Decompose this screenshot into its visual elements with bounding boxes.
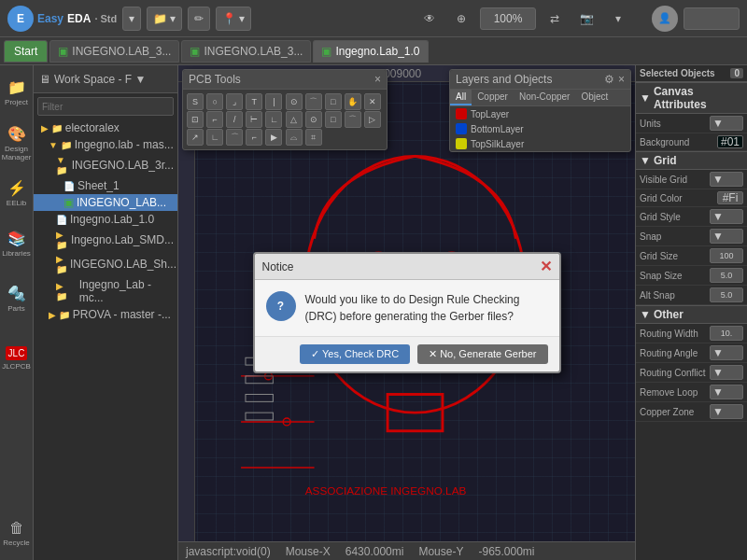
- filter-input[interactable]: [37, 97, 174, 116]
- tool-diag[interactable]: ↗: [187, 129, 204, 146]
- tree-item-5[interactable]: ▶ 📁 Ingegno.Lab_SMD...: [34, 228, 177, 252]
- zoom-in-btn[interactable]: ⊕: [448, 6, 474, 32]
- tab-3[interactable]: ▣ Ingegno.Lab_1.0: [313, 40, 428, 63]
- pen-btn[interactable]: ✏: [188, 7, 210, 31]
- ltab-all[interactable]: All: [450, 90, 472, 105]
- eye-btn[interactable]: 👁: [416, 6, 443, 32]
- ltab-non-copper[interactable]: Non-Copper: [514, 90, 575, 105]
- dropdown-btn[interactable]: ▾: [122, 7, 141, 31]
- layer-row-silk[interactable]: TopSilkLayer: [450, 136, 630, 151]
- ruler-mark-6: 9000: [397, 67, 422, 80]
- sidebar-item-eelib[interactable]: ⚡ EELib: [3, 170, 31, 217]
- camera-btn[interactable]: 📷: [573, 6, 599, 32]
- layers-header[interactable]: Layers and Objects ⚙ ×: [450, 70, 630, 90]
- tool-oval[interactable]: ⊙: [286, 93, 303, 110]
- tool-grid-btn[interactable]: ⌓: [286, 129, 303, 146]
- tree-item-4[interactable]: 📄 Ingegno.Lab_1.0: [34, 211, 177, 228]
- tree-item-8[interactable]: ▶ 📁 PROVA - master -...: [34, 306, 177, 323]
- tree-item-6[interactable]: ▶ 📁 INGEGNO.LAB_Sh...: [34, 252, 177, 276]
- routing-conflict-dropdown[interactable]: ▼: [710, 365, 743, 380]
- tool-angle[interactable]: ⌐: [206, 111, 223, 128]
- visible-grid-dropdown[interactable]: ▼: [710, 172, 743, 187]
- tool-bracket[interactable]: ⌐: [246, 129, 262, 146]
- layers-close[interactable]: ×: [618, 73, 625, 86]
- ltab-copper[interactable]: Copper: [472, 90, 514, 105]
- tool-dot[interactable]: ⊙: [305, 111, 322, 128]
- routing-angle-label: Routing Angle: [640, 348, 706, 358]
- tool-select[interactable]: S: [187, 93, 204, 110]
- tool-arc[interactable]: ⌒: [305, 93, 322, 110]
- sidebar-item-libraries[interactable]: 📚 Libraries: [3, 220, 31, 267]
- avatar[interactable]: 👤: [652, 6, 678, 32]
- tool-square[interactable]: □: [325, 111, 342, 128]
- tool-circle[interactable]: ○: [206, 93, 223, 110]
- grid-style-dropdown[interactable]: ▼: [710, 209, 743, 224]
- visible-grid-row: Visible Grid ▼: [636, 170, 747, 189]
- snap-dropdown[interactable]: ▼: [710, 229, 743, 244]
- sidebar-item-recycle[interactable]: 🗑 Recycle: [3, 510, 31, 556]
- layer-row-top[interactable]: TopLayer: [450, 106, 630, 121]
- pcb-tools-title: PCB Tools: [189, 73, 241, 86]
- tool-right[interactable]: ▶: [265, 129, 282, 146]
- yes-check-drc-button[interactable]: ✓ Yes, Check DRC: [300, 344, 410, 364]
- canvas-area[interactable]: 4000 5000 6000 7000 8000 9000: [178, 65, 635, 560]
- grid-color-picker[interactable]: #Fi: [717, 191, 743, 204]
- tool-corner[interactable]: ⌟: [226, 93, 243, 110]
- tool-arc2[interactable]: ⌒: [226, 129, 243, 146]
- tool-arrow[interactable]: ▷: [364, 111, 381, 128]
- tool-wave[interactable]: ⌒: [345, 111, 361, 128]
- tree-item-root[interactable]: ▶ 📁 electoralex: [34, 119, 177, 136]
- ltab-object[interactable]: Object: [575, 90, 613, 105]
- tool-pad[interactable]: ⊡: [187, 111, 204, 128]
- tool-triangle[interactable]: △: [286, 111, 303, 128]
- tab-2[interactable]: ▣ INGEGNO.LAB_3...: [181, 40, 311, 63]
- settings-icon[interactable]: ⚙: [604, 73, 614, 86]
- grid-size-input[interactable]: [710, 248, 743, 263]
- tree-item-1[interactable]: ▼ 📁 INGEGNO.LAB_3r...: [34, 153, 177, 177]
- tool-slash[interactable]: /: [226, 111, 243, 128]
- pcb-tools-header[interactable]: PCB Tools ×: [183, 70, 387, 90]
- tool-right-angle[interactable]: ∟: [265, 111, 282, 128]
- units-dropdown[interactable]: ▼: [710, 116, 743, 131]
- remove-loop-dropdown[interactable]: ▼: [710, 385, 743, 399]
- tool-line[interactable]: |: [265, 93, 282, 110]
- tree-item-7[interactable]: ▶ 📁 Ingegno_Lab - mc...: [34, 276, 177, 306]
- zoom-input[interactable]: [480, 7, 536, 30]
- layer-row-bottom[interactable]: BottomLayer: [450, 121, 630, 136]
- pen-icon: ✏: [194, 12, 204, 25]
- tab-home[interactable]: Start: [4, 40, 48, 63]
- tool-l-shape[interactable]: ∟: [206, 129, 223, 146]
- sidebar-item-design-manager[interactable]: 🎨 DesignManager: [3, 119, 31, 166]
- logo: E EasyEDA · Std: [7, 6, 117, 32]
- file-btn[interactable]: 📁 ▾: [147, 7, 182, 31]
- tree-item-0[interactable]: ▼ 📁 Ingegno.lab - mas...: [34, 136, 177, 153]
- sidebar-label-recycle: Recycle: [3, 539, 29, 547]
- tool-cross[interactable]: ✕: [364, 93, 381, 110]
- tool-rect[interactable]: □: [325, 93, 342, 110]
- routing-width-input[interactable]: [710, 326, 743, 341]
- tab-1[interactable]: ▣ INGEGNO.LAB_3...: [49, 40, 179, 63]
- zoom-arrows-btn[interactable]: ⇄: [542, 6, 568, 32]
- sidebar-item-jlcpcb[interactable]: JLC JLCPCB: [3, 330, 31, 386]
- tool-hash[interactable]: ⌗: [305, 129, 322, 146]
- tool-text[interactable]: T: [246, 93, 262, 110]
- pcb-tools-close[interactable]: ×: [374, 73, 381, 86]
- layer-color-bottom: [456, 123, 467, 134]
- tool-hand[interactable]: ✋: [345, 93, 361, 110]
- location-btn[interactable]: 📍 ▾: [216, 7, 251, 31]
- no-generate-gerber-button[interactable]: ✕ No, Generate Gerber: [417, 344, 547, 364]
- tree-item-3[interactable]: ▣ INGEGNO_LAB...: [34, 194, 177, 211]
- snap-size-input[interactable]: [710, 268, 743, 283]
- background-color-picker[interactable]: #01: [717, 135, 743, 148]
- layers-panel: Layers and Objects ⚙ × All Copper Non-Co…: [449, 69, 631, 152]
- copper-zone-dropdown[interactable]: ▼: [710, 404, 743, 419]
- sidebar-item-project[interactable]: 📁 Project: [3, 69, 31, 116]
- routing-angle-dropdown[interactable]: ▼: [710, 345, 743, 360]
- sidebar-item-parts[interactable]: 🔩 Parts: [3, 271, 31, 327]
- notice-close-btn[interactable]: ✕: [540, 258, 552, 275]
- tool-join[interactable]: ⊢: [246, 111, 262, 128]
- tree-item-2[interactable]: 📄 Sheet_1: [34, 177, 177, 194]
- alt-snap-input[interactable]: [710, 287, 743, 302]
- top-search-input[interactable]: [684, 7, 740, 30]
- camera-dropdown-btn[interactable]: ▾: [605, 6, 631, 32]
